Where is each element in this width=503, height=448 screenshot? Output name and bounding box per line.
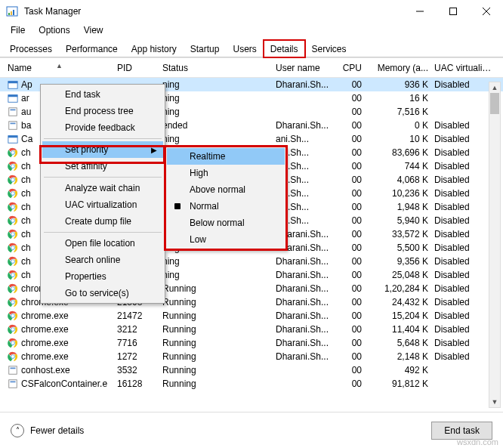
process-cpu: 00	[333, 270, 365, 280]
tab-services[interactable]: Services	[305, 40, 353, 57]
menu-view[interactable]: View	[78, 23, 110, 37]
process-status: Running	[159, 365, 273, 375]
col-name[interactable]: Name▲	[5, 63, 114, 73]
process-status: Running	[159, 338, 273, 348]
menu-item-go-to-service-s-[interactable]: Go to service(s)	[42, 285, 163, 301]
menu-item-provide-feedback[interactable]: Provide feedback	[42, 119, 163, 136]
process-icon	[8, 243, 18, 253]
process-status: ning	[159, 93, 273, 104]
menu-item-search-online[interactable]: Search online	[42, 252, 163, 268]
process-icon	[8, 270, 18, 280]
svg-point-47	[11, 273, 14, 277]
menu-item-uac-virtualization[interactable]: UAC virtualization	[42, 196, 163, 213]
process-cpu: 00	[333, 134, 365, 144]
process-mem: 1,20,284 K	[365, 283, 431, 294]
svg-point-23	[11, 165, 14, 168]
scroll-up-icon[interactable]: ▲	[489, 82, 500, 93]
menu-item-analyze-wait-chain[interactable]: Analyze wait chain	[42, 180, 163, 196]
menu-item-label: High	[190, 168, 208, 178]
tab-users[interactable]: Users	[226, 40, 263, 57]
chevron-right-icon: ▶	[151, 146, 157, 154]
menu-item-above-normal[interactable]: Above normal	[167, 181, 285, 198]
process-mem: 15,204 K	[365, 311, 431, 321]
close-button[interactable]	[470, 0, 503, 23]
process-cpu: 00	[333, 107, 365, 117]
menu-bar: File Options View	[0, 23, 503, 38]
menu-item-normal[interactable]: Normal	[167, 198, 285, 215]
process-name: chrome.exe	[21, 338, 69, 348]
fewer-details-button[interactable]: ˄ Fewer details	[11, 424, 84, 437]
menu-item-label: Open file location	[65, 238, 135, 249]
process-icon	[8, 107, 18, 117]
table-row[interactable]: chrome.exe1272RunningDharani.Sh...002,14…	[0, 350, 503, 363]
process-icon	[8, 351, 18, 362]
priority-submenu[interactable]: RealtimeHighAbove normalNormalBelow norm…	[165, 146, 287, 250]
menu-item-open-file-location[interactable]: Open file location	[42, 235, 163, 252]
vertical-scrollbar[interactable]: ▲ ▼	[489, 82, 501, 408]
menu-options[interactable]: Options	[32, 23, 76, 37]
process-status: ning	[159, 134, 273, 144]
table-row[interactable]: chrome.exe3212RunningDharani.Sh...0011,4…	[0, 323, 503, 336]
process-user: Dharani.Sh...	[273, 338, 333, 348]
tab-startup[interactable]: Startup	[184, 40, 227, 57]
table-row[interactable]: chrome.exe21472RunningDharani.Sh...0015,…	[0, 309, 503, 323]
col-user[interactable]: User name	[273, 63, 333, 73]
process-status: ning	[159, 256, 273, 267]
svg-point-32	[11, 205, 14, 209]
app-icon	[6, 5, 18, 17]
table-row[interactable]: conhost.exe3532Running00492 K	[0, 363, 503, 377]
process-mem: 16 K	[365, 93, 431, 104]
menu-item-properties[interactable]: Properties	[42, 268, 163, 285]
menu-file[interactable]: File	[5, 23, 31, 37]
maximize-button[interactable]	[437, 0, 470, 23]
svg-point-53	[11, 301, 14, 304]
end-task-button[interactable]: End task	[431, 422, 492, 440]
process-name: ch	[21, 161, 31, 171]
process-icon	[8, 202, 18, 212]
process-pid: 3212	[114, 324, 159, 335]
menu-item-label: Provide feedback	[65, 122, 135, 133]
menu-item-low[interactable]: Low	[167, 231, 285, 248]
table-row[interactable]: chrome.exe7716RunningDharani.Sh...005,64…	[0, 336, 503, 350]
tab-details[interactable]: Details	[264, 40, 305, 57]
tab-processes[interactable]: Processes	[3, 40, 59, 57]
menu-item-create-dump-file[interactable]: Create dump file	[42, 213, 163, 230]
menu-separator	[44, 138, 162, 139]
col-cpu[interactable]: CPU	[333, 63, 365, 73]
menu-item-set-affinity[interactable]: Set affinity	[42, 158, 163, 175]
process-name: ar	[21, 93, 29, 104]
process-name: ch	[21, 243, 31, 253]
menu-item-below-normal[interactable]: Below normal	[167, 215, 285, 231]
process-icon	[8, 283, 18, 294]
col-mem[interactable]: Memory (a...	[365, 63, 431, 73]
context-menu[interactable]: End taskEnd process treeProvide feedback…	[40, 84, 165, 304]
menu-item-realtime[interactable]: Realtime	[167, 148, 285, 165]
process-status: ended	[159, 120, 273, 131]
menu-item-end-process-tree[interactable]: End process tree	[42, 103, 163, 119]
process-icon	[8, 378, 18, 389]
tab-bar: ProcessesPerformanceApp historyStartupUs…	[0, 39, 503, 57]
process-name: chrome.exe	[21, 311, 69, 321]
tab-app-history[interactable]: App history	[125, 40, 184, 57]
minimize-button[interactable]	[403, 0, 437, 23]
svg-rect-1	[8, 13, 10, 15]
menu-item-end-task[interactable]: End task	[42, 86, 163, 103]
svg-rect-17	[8, 136, 17, 138]
process-mem: 4,068 K	[365, 175, 431, 185]
tab-performance[interactable]: Performance	[59, 40, 125, 57]
process-name: ch	[21, 188, 31, 199]
menu-item-label: Below normal	[190, 218, 245, 228]
process-mem: 10 K	[365, 134, 431, 144]
scroll-down-icon[interactable]: ▼	[489, 397, 500, 407]
scroll-thumb[interactable]	[490, 93, 499, 114]
svg-rect-12	[9, 108, 17, 116]
menu-item-set-priority[interactable]: Set priority▶	[42, 141, 163, 158]
process-name: ch	[21, 175, 31, 185]
col-uac[interactable]: UAC virtualizat...	[431, 63, 498, 73]
menu-item-high[interactable]: High	[167, 165, 285, 181]
footer: ˄ Fewer details End task	[0, 412, 503, 448]
col-status[interactable]: Status	[159, 63, 273, 73]
col-pid[interactable]: PID	[114, 63, 159, 73]
svg-rect-66	[9, 366, 17, 375]
table-row[interactable]: CSFalconContainer.e16128Running0091,812 …	[0, 377, 503, 391]
